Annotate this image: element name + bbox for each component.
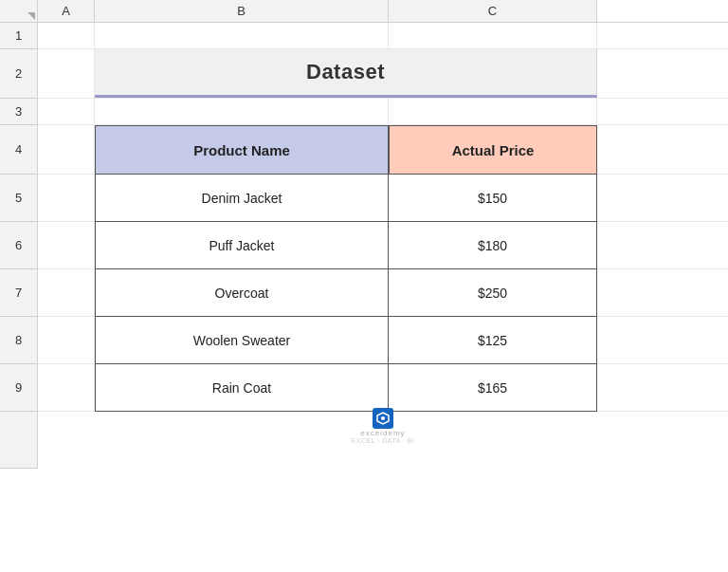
row-num-watermark [0, 412, 38, 469]
row-num-7[interactable]: 7 [0, 269, 38, 317]
cell-3a[interactable] [38, 99, 95, 125]
cell-9c-price[interactable]: $165 [389, 364, 597, 412]
cell-6a[interactable] [38, 222, 95, 269]
cell-7a[interactable] [38, 269, 95, 317]
watermark-row: exceldemy EXCEL · DATA · BI [0, 412, 728, 440]
row-num-8[interactable]: 8 [0, 317, 38, 364]
row-num-5[interactable]: 5 [0, 175, 38, 222]
exceldemy-svg-icon [376, 412, 390, 425]
exceldemy-watermark: exceldemy EXCEL · DATA · BI [352, 408, 415, 444]
corner-cell [0, 0, 38, 23]
row-4-header: 4 Product Name Actual Price [0, 125, 728, 175]
row-5: 5 Denim Jacket $150 [0, 175, 728, 222]
row-8: 8 Woolen Sweater $125 [0, 317, 728, 364]
row-num-6[interactable]: 6 [0, 222, 38, 269]
cell-5a[interactable] [38, 175, 95, 222]
cell-1a[interactable] [38, 23, 95, 49]
exceldemy-tagline: EXCEL · DATA · BI [352, 437, 415, 444]
header-product-name[interactable]: Product Name [95, 125, 389, 175]
col-header-b[interactable]: B [95, 0, 389, 23]
row-9: 9 Rain Coat $165 [0, 364, 728, 412]
row-num-1[interactable]: 1 [0, 23, 38, 49]
dataset-title: Dataset [306, 60, 385, 84]
row-6: 6 Puff Jacket $180 [0, 222, 728, 269]
col-header-a[interactable]: A [38, 0, 95, 23]
cell-9a[interactable] [38, 364, 95, 412]
watermark-cell: exceldemy EXCEL · DATA · BI [38, 412, 728, 440]
cell-4a[interactable] [38, 125, 95, 175]
cell-1c[interactable] [389, 23, 597, 49]
column-headers-row: A B C [0, 0, 728, 23]
col-header-c[interactable]: C [389, 0, 597, 23]
row-7: 7 Overcoat $250 [0, 269, 728, 317]
cell-8c-price[interactable]: $125 [389, 317, 597, 364]
svg-point-1 [381, 416, 385, 420]
cell-1b[interactable] [95, 23, 389, 49]
row-num-9[interactable]: 9 [0, 364, 38, 412]
row-1: 1 [0, 23, 728, 49]
exceldemy-brand-text: exceldemy [360, 429, 405, 437]
cell-5c-price[interactable]: $150 [389, 175, 597, 222]
cell-6b-product[interactable]: Puff Jacket [95, 222, 389, 269]
dataset-title-merged-cell[interactable]: Dataset [95, 49, 597, 98]
row-num-3[interactable]: 3 [0, 99, 38, 125]
cell-5b-product[interactable]: Denim Jacket [95, 175, 389, 222]
cell-3b[interactable] [95, 99, 389, 125]
row-2: 2 Dataset [0, 49, 728, 99]
header-actual-price[interactable]: Actual Price [389, 125, 597, 175]
row-num-4[interactable]: 4 [0, 125, 38, 175]
cell-7b-product[interactable]: Overcoat [95, 269, 389, 317]
cell-9b-product[interactable]: Rain Coat [95, 364, 389, 412]
grid-body: 1 2 Dataset 3 4 Product Name Actual Pric… [0, 23, 728, 572]
row-3: 3 [0, 99, 728, 125]
cell-3c[interactable] [389, 99, 597, 125]
spreadsheet: A B C 1 2 Dataset 3 4 [0, 0, 728, 572]
row-num-2[interactable]: 2 [0, 49, 38, 99]
exceldemy-icon [373, 408, 393, 429]
cell-8a[interactable] [38, 317, 95, 364]
cell-7c-price[interactable]: $250 [389, 269, 597, 317]
cell-8b-product[interactable]: Woolen Sweater [95, 317, 389, 364]
cell-2a[interactable] [38, 49, 95, 99]
cell-6c-price[interactable]: $180 [389, 222, 597, 269]
